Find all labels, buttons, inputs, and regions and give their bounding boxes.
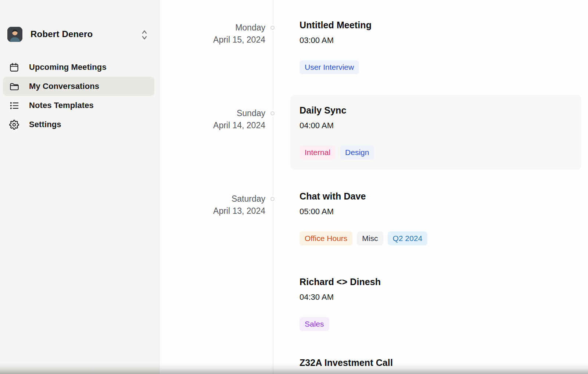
- meeting-tags: Sales: [300, 317, 582, 331]
- tag-internal[interactable]: Internal: [300, 145, 336, 159]
- sidebar-item-label: Upcoming Meetings: [29, 62, 107, 72]
- date-label: Sunday April 14, 2024: [169, 107, 265, 132]
- folder-icon: [9, 82, 19, 91]
- calendar-icon: [9, 62, 19, 72]
- meeting-title: Chat with Dave: [300, 191, 582, 202]
- avatar: [7, 27, 22, 42]
- meeting-title: Untitled Meeting: [300, 19, 582, 30]
- tag-user-interview[interactable]: User Interview: [300, 60, 359, 74]
- profile-name: Robert Denero: [31, 29, 93, 39]
- meeting-title: Z32A Investment Call: [300, 357, 582, 368]
- list-icon: [9, 101, 19, 111]
- meeting-item[interactable]: Daily Sync 04:00 AM Internal Design: [300, 105, 582, 159]
- sidebar-item-upcoming-meetings[interactable]: Upcoming Meetings: [3, 58, 154, 77]
- date-day: Monday: [169, 22, 265, 34]
- sidebar-item-label: Settings: [29, 120, 61, 129]
- date-day: Sunday: [169, 107, 265, 119]
- meeting-item[interactable]: Richard <> Dinesh 04:30 AM Sales: [300, 276, 582, 331]
- date-full: April 15, 2024: [169, 34, 265, 46]
- meeting-tags: User Interview: [300, 60, 582, 74]
- profile-switcher[interactable]: Robert Denero: [7, 26, 154, 43]
- sidebar: Robert Denero Upcoming Meetings: [0, 0, 159, 374]
- timeline-dot: [270, 26, 275, 30]
- meeting-title: Richard <> Dinesh: [300, 276, 582, 287]
- meeting-tags: Internal Design: [300, 145, 582, 159]
- sidebar-item-label: Notes Templates: [29, 101, 94, 110]
- sidebar-nav: Upcoming Meetings My Conversations: [3, 58, 154, 134]
- conversations-timeline: Monday April 15, 2024 Sunday April 14, 2…: [160, 0, 588, 374]
- sidebar-item-settings[interactable]: Settings: [3, 115, 154, 134]
- tag-q2-2024[interactable]: Q2 2024: [388, 231, 428, 245]
- timeline-dot: [270, 111, 275, 115]
- date-label: Monday April 15, 2024: [169, 22, 265, 46]
- tag-misc[interactable]: Misc: [357, 231, 383, 245]
- meeting-time: 04:30 AM: [300, 292, 582, 302]
- tag-office-hours[interactable]: Office Hours: [300, 231, 352, 245]
- meeting-time: 04:00 AM: [300, 121, 582, 131]
- sidebar-item-label: My Conversations: [29, 82, 99, 91]
- sidebar-item-notes-templates[interactable]: Notes Templates: [3, 96, 154, 115]
- meeting-tags: Office Hours Misc Q2 2024: [300, 231, 582, 245]
- tag-design[interactable]: Design: [340, 145, 374, 159]
- timeline-line: [273, 0, 273, 374]
- meeting-time: 03:00 AM: [300, 35, 582, 46]
- timeline-dot: [270, 197, 275, 201]
- date-full: April 13, 2024: [169, 205, 265, 217]
- meeting-item[interactable]: Untitled Meeting 03:00 AM User Interview: [300, 19, 582, 74]
- meeting-item[interactable]: Chat with Dave 05:00 AM Office Hours Mis…: [300, 191, 582, 245]
- meeting-time: 05:00 AM: [300, 206, 582, 217]
- chevron-up-down-icon[interactable]: [140, 29, 150, 40]
- date-day: Saturday: [169, 193, 265, 205]
- meeting-title: Daily Sync: [300, 105, 582, 116]
- sidebar-item-my-conversations[interactable]: My Conversations: [3, 77, 154, 96]
- meeting-item[interactable]: Z32A Investment Call: [300, 357, 582, 373]
- tag-sales[interactable]: Sales: [300, 317, 329, 331]
- date-full: April 14, 2024: [169, 119, 265, 132]
- date-label: Saturday April 13, 2024: [169, 193, 265, 217]
- gear-icon: [9, 120, 19, 130]
